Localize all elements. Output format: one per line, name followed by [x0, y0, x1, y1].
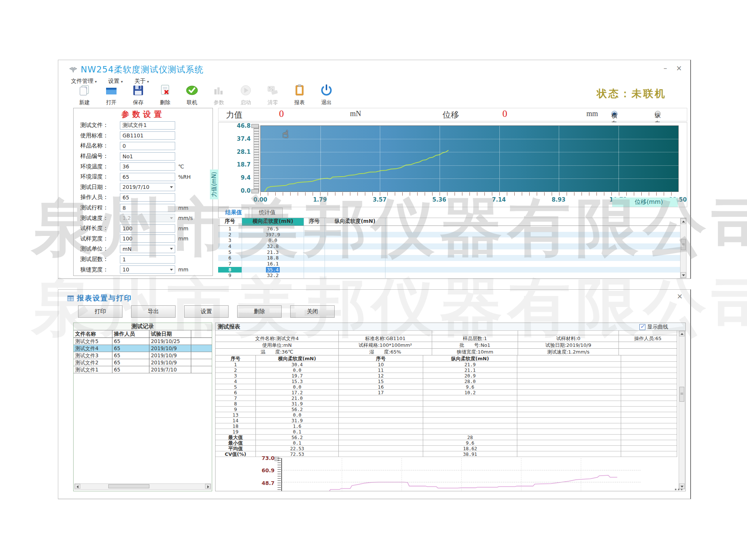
axis-handle[interactable] — [251, 189, 259, 193]
dropdown-arrow-icon[interactable] — [170, 186, 173, 188]
minimize-icon[interactable]: – — [664, 65, 667, 72]
param-row: 测试单位： mN — [74, 244, 213, 254]
vertical-scrollbar[interactable] — [680, 218, 686, 278]
table-row[interactable]: 4 32.8 — [218, 243, 686, 249]
print-button[interactable]: 打印 — [78, 305, 123, 318]
param-input[interactable]: 65 — [120, 173, 175, 181]
radio-horizontal[interactable]: 横向 — [611, 111, 620, 117]
record-row[interactable]: 测试文件5 65 2019/10/25 — [74, 338, 212, 345]
param-input[interactable]: 36 — [120, 162, 175, 171]
scrollbar-thumb[interactable] — [108, 484, 149, 488]
table-row[interactable]: 2 397.9 — [218, 232, 686, 238]
y-tick-label: 48.7 — [251, 480, 275, 486]
param-label: 环境温度： — [80, 163, 120, 170]
close-icon[interactable]: × — [677, 293, 683, 300]
record-row[interactable]: 测试文件2 65 2019/10/9 — [74, 359, 212, 366]
y-tick-label: 28.1 — [228, 149, 251, 155]
vertical-scrollbar[interactable] — [679, 330, 685, 489]
menu-about[interactable]: 关于▾ — [134, 78, 149, 84]
tab-result-values[interactable]: 结果值 — [218, 208, 249, 218]
record-row[interactable]: 测试文件3 65 2019/10/9 — [74, 352, 212, 359]
app-logo-icon — [69, 66, 78, 73]
x-tick-label: 5.36 — [430, 196, 448, 203]
scroll-down-icon[interactable] — [679, 483, 685, 489]
show-curve-checkbox[interactable]: 显示曲线 — [639, 324, 668, 330]
menu-file-management[interactable]: 文件管理▾ — [71, 78, 97, 84]
param-input[interactable]: 65 — [120, 193, 175, 202]
param-row: 测试速度： 1.2 mm/s — [74, 213, 213, 223]
close-button[interactable]: 关闭 — [290, 305, 335, 318]
desktop: NW254柔软度测试仪测试系统 – × 文件管理▾ 设置▾ 关于▾ 新建 打开 … — [0, 0, 747, 560]
x-axis-ruler — [260, 192, 678, 196]
tab-statistics[interactable]: 统计值 — [252, 208, 283, 218]
delete-button[interactable]: 删除 — [237, 305, 282, 318]
table-row[interactable]: 9 32.2 — [218, 273, 686, 278]
param-input[interactable]: 100 — [120, 224, 175, 233]
x-tick-label: 8.93 — [550, 196, 568, 203]
param-input[interactable]: 10 — [120, 265, 175, 274]
table-row[interactable]: 1 76.5 — [218, 226, 686, 232]
resize-grip[interactable] — [675, 489, 676, 490]
axis-handle[interactable] — [251, 124, 259, 128]
toolbar-save-button[interactable]: 保存 — [125, 84, 152, 106]
main-window: NW254柔软度测试仪测试系统 – × 文件管理▾ 设置▾ 关于▾ 新建 打开 … — [58, 60, 691, 279]
chart-plot-area[interactable]: ☝ — [260, 125, 679, 192]
scroll-up-icon[interactable] — [681, 218, 686, 224]
scrollbar-thumb[interactable] — [681, 239, 686, 250]
param-label: 测试层数： — [80, 256, 120, 263]
menu-settings[interactable]: 设置▾ — [108, 78, 123, 84]
record-row[interactable]: 测试文件1 65 2019/7/10 — [74, 366, 212, 373]
param-input[interactable]: 1.2 — [120, 214, 175, 222]
chevron-down-icon: ▾ — [121, 80, 123, 84]
param-unit: mm/s — [178, 215, 193, 221]
toolbar-exit-button[interactable]: 退出 — [313, 84, 340, 106]
param-input[interactable]: 测试文件1 — [120, 121, 175, 130]
dropdown-arrow-icon[interactable] — [170, 248, 173, 250]
table-row[interactable]: 8 35.4 — [218, 267, 686, 273]
param-input[interactable]: 0 — [120, 142, 175, 150]
scroll-left-icon[interactable] — [75, 484, 80, 489]
table-row[interactable]: 3 0.0 — [218, 237, 686, 243]
param-input[interactable]: 1 — [120, 255, 175, 264]
force-displacement-chart: 46.837.428.118.79.40.0 ☝ 0.00 — [218, 122, 687, 207]
results-tabs: 结果值 统计值 — [218, 208, 283, 218]
readout-bar: 力值 0 mN 位移 0 mm 横向 纵向 — [218, 108, 687, 121]
dropdown-arrow-icon[interactable] — [170, 269, 173, 271]
table-row[interactable]: 7 16.1 — [218, 261, 686, 267]
radio-vertical[interactable]: 纵向 — [655, 111, 663, 117]
info-row: 使用单位:mN 试样规格:100*100mm² 批 号:No1 试验日期:201… — [216, 342, 677, 349]
param-input[interactable]: mN — [120, 245, 175, 253]
scrollbar-thumb[interactable] — [679, 387, 684, 402]
scroll-up-icon[interactable] — [679, 331, 685, 336]
toolbar-delete-button[interactable]: 删除 — [152, 84, 179, 106]
report-row: 19 0.1 — [216, 429, 677, 435]
param-input[interactable]: 100 — [120, 234, 175, 243]
dropdown-arrow-icon[interactable] — [170, 217, 173, 219]
close-icon[interactable]: × — [676, 65, 682, 72]
param-label: 测试日期： — [80, 184, 120, 191]
toolbar-new-button[interactable]: 新建 — [71, 84, 98, 106]
record-row[interactable]: 测试文件4 65 2019/10/9 — [74, 345, 212, 352]
param-input[interactable]: 2019/7/10 — [120, 183, 175, 191]
toolbar-report-button[interactable]: 报表 — [286, 84, 313, 106]
delete-file-icon — [159, 84, 171, 97]
param-input[interactable]: No1 — [120, 152, 175, 161]
table-row[interactable]: 6 18.8 — [218, 255, 686, 261]
table-row[interactable]: 5 21.3 — [218, 249, 686, 255]
new-file-icon — [78, 84, 91, 97]
toolbar-open-button[interactable]: 打开 — [98, 84, 125, 106]
param-input[interactable]: 8 — [120, 204, 175, 212]
param-input[interactable]: GB1101 — [120, 131, 175, 140]
x-tick-label: 3.57 — [371, 196, 388, 203]
scroll-down-icon[interactable] — [681, 272, 686, 278]
scroll-right-icon[interactable] — [205, 484, 211, 489]
checkbox-checked-icon[interactable] — [639, 324, 645, 330]
param-row: 操作人员： 65 — [74, 192, 213, 203]
zero-clear-icon — [266, 84, 279, 97]
report-chart: 73.060.948.736.5 — [251, 458, 670, 491]
settings-button[interactable]: 设置 — [184, 305, 229, 318]
param-row: 环境温度： 36 ℃ — [74, 161, 213, 172]
horizontal-scrollbar[interactable] — [74, 483, 211, 490]
toolbar-connect-button[interactable]: 联机 — [179, 84, 205, 106]
export-button[interactable]: 导出 — [131, 305, 176, 318]
